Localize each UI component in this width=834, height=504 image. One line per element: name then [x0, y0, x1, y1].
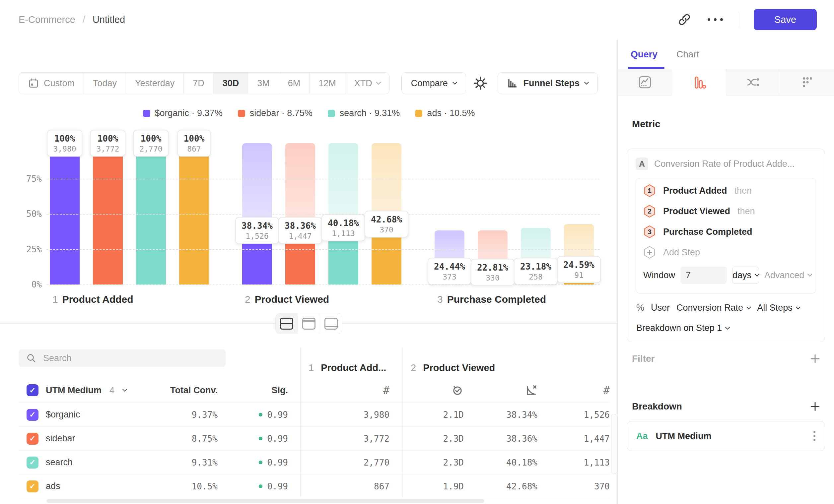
add-breakdown-icon[interactable]: [810, 401, 820, 412]
legend-label: ads · 10.5%: [427, 108, 475, 118]
date-range-group: Custom Today Yesterday 7D 30D 3M 6M 12M …: [19, 72, 390, 94]
add-filter-icon[interactable]: [810, 353, 820, 364]
bar-tooltip: 40.18%1,113: [322, 214, 365, 242]
legend-item[interactable]: sidebar · 8.75%: [238, 108, 312, 118]
range-yesterday[interactable]: Yesterday: [126, 73, 184, 94]
breakdown-section: Breakdown: [632, 401, 820, 412]
step-row-3[interactable]: 3 Purchase Completed: [636, 222, 816, 242]
insights-icon: [637, 75, 653, 90]
tooltip-rate: 100%: [96, 134, 119, 143]
search-input[interactable]: [42, 353, 210, 364]
breadcrumb-project[interactable]: E-Commerce: [19, 14, 75, 25]
conversion-window-row: Window days Advanced: [636, 262, 816, 291]
chart-legend: $organic · 9.37%sidebar · 8.75%search · …: [0, 108, 618, 118]
group-header-cell: UTM Medium 4: [19, 384, 158, 396]
select-all-checkbox[interactable]: [26, 384, 39, 396]
tooltip-count: 3,772: [96, 144, 119, 153]
row-checkbox[interactable]: [26, 480, 39, 492]
count-column-icon[interactable]: #: [603, 384, 610, 396]
legend-item[interactable]: $organic · 9.37%: [143, 108, 223, 118]
table-search[interactable]: [19, 349, 225, 367]
report-title[interactable]: Untitled: [92, 14, 125, 25]
advanced-dropdown[interactable]: Advanced: [764, 270, 811, 280]
metric-title-row[interactable]: A Conversion Rate of Product Adde...: [636, 158, 816, 170]
funnel-chart: 100%3,98038.34%1,52624.44%373100%3,77238…: [0, 125, 618, 324]
funnels-report-tab[interactable]: [672, 69, 726, 95]
range-today[interactable]: Today: [84, 73, 126, 94]
vertical-scrollbar[interactable]: [611, 414, 616, 474]
table-row[interactable]: $organic9.37%0.993,9802.1D38.34%1,526: [19, 403, 610, 427]
advanced-label: Advanced: [764, 270, 804, 280]
row-checkbox[interactable]: [26, 433, 39, 445]
add-step-row[interactable]: Add Step: [636, 242, 816, 262]
range-3m[interactable]: 3M: [248, 73, 279, 94]
layout-split-button[interactable]: [276, 313, 298, 334]
breakdown-on-step-dropdown[interactable]: Breakdown on Step 1: [636, 323, 816, 333]
breakdown-item[interactable]: Aa UTM Medium: [627, 421, 825, 451]
row-checkbox[interactable]: [26, 409, 39, 421]
y-axis-label: 75%: [9, 173, 42, 184]
time-to-convert-icon[interactable]: [402, 384, 464, 396]
gridline: [46, 214, 600, 214]
tooltip-rate: 100%: [139, 134, 162, 143]
sig-cell: 0.99: [218, 410, 288, 420]
sig-header[interactable]: Sig.: [218, 385, 288, 395]
breakdown-heading: Breakdown: [632, 401, 682, 412]
chart-type-button[interactable]: Funnel Steps: [498, 72, 598, 94]
window-unit-select[interactable]: days: [732, 267, 759, 284]
range-30d-selected[interactable]: 30D: [214, 73, 248, 94]
more-options-icon[interactable]: [706, 17, 724, 22]
flows-report-tab[interactable]: [726, 69, 780, 95]
window-value-input[interactable]: [680, 267, 727, 284]
bar-tooltip: 24.44%373: [427, 258, 471, 285]
range-6m[interactable]: 6M: [279, 73, 310, 94]
split-view-icon: [280, 318, 293, 329]
sig-dot-icon: [259, 484, 262, 488]
string-property-icon: Aa: [636, 431, 648, 441]
breakdown-on-label: Breakdown on Step 1: [636, 323, 722, 333]
legend-item[interactable]: ads · 10.5%: [415, 108, 475, 118]
layout-chart-button[interactable]: [298, 313, 320, 334]
bar-tooltip: 24.59%91: [557, 256, 601, 283]
step-hexagon-icon: 1: [643, 184, 656, 197]
range-12m[interactable]: 12M: [309, 73, 345, 94]
legend-item[interactable]: search · 9.31%: [328, 108, 400, 118]
step-name: Product Added: [62, 294, 133, 305]
breakdown-item-menu-icon[interactable]: [813, 431, 815, 441]
svg-text:2: 2: [648, 207, 652, 215]
measure-metric-dropdown[interactable]: Conversion Rate: [676, 303, 750, 313]
x-axis-step-label: 1Product Added: [52, 294, 133, 305]
share-link-icon[interactable]: [677, 12, 692, 27]
total-conv-value: 10.5%: [158, 481, 218, 491]
bar-tooltip: 38.34%1,526: [235, 217, 279, 244]
sig-value: 0.99: [267, 481, 288, 491]
layout-table-button[interactable]: [320, 313, 342, 334]
count-column-icon[interactable]: #: [383, 384, 390, 396]
step-row-2[interactable]: 2 Product Viewed then: [636, 201, 816, 222]
settings-gear-icon[interactable]: [473, 76, 488, 91]
group-name[interactable]: UTM Medium: [46, 385, 102, 395]
horizontal-scrollbar[interactable]: [46, 499, 484, 503]
save-button[interactable]: Save: [754, 9, 817, 30]
range-xtd[interactable]: XTD: [345, 73, 389, 94]
total-conv-header[interactable]: Total Conv.: [158, 385, 218, 395]
row-checkbox[interactable]: [26, 457, 39, 468]
table-row[interactable]: ads10.5%0.998671.9D42.68%370: [19, 475, 610, 498]
tooltip-count: 258: [520, 273, 551, 281]
table-row[interactable]: search9.31%0.992,7702.3D40.18%1,113: [19, 451, 610, 475]
tab-query[interactable]: Query: [631, 49, 658, 60]
funnels-icon: [692, 75, 707, 90]
table-row[interactable]: sidebar8.75%0.993,7722.3D38.36%1,447: [19, 427, 610, 451]
range-custom[interactable]: Custom: [19, 73, 84, 94]
retention-report-tab[interactable]: [780, 69, 834, 95]
conversion-rate-icon[interactable]: [464, 384, 537, 396]
insights-report-tab[interactable]: [618, 69, 672, 95]
range-7d[interactable]: 7D: [184, 73, 214, 94]
measure-scope-dropdown[interactable]: All Steps: [757, 303, 800, 313]
breakdown-property-name: UTM Medium: [656, 431, 711, 441]
measure-entity[interactable]: User: [651, 303, 670, 313]
sig-value: 0.99: [267, 434, 288, 444]
chevron-down-icon[interactable]: [123, 387, 127, 392]
step-row-1[interactable]: 1 Product Added then: [636, 180, 816, 201]
compare-button[interactable]: Compare: [401, 72, 466, 94]
